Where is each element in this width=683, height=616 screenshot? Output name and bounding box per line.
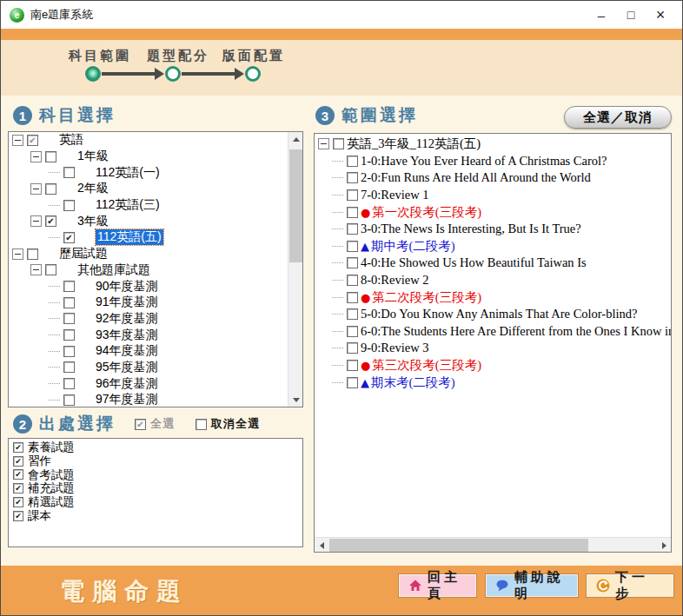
tree-item-checkbox[interactable] [347,377,358,388]
home-button[interactable]: 回主頁 [399,574,476,597]
minimize-button[interactable]: – [587,1,616,29]
tree-item-label[interactable]: 其他題庫試題 [77,262,150,278]
select-all-checkbox[interactable]: ✔ [135,419,146,430]
tree-item-checkbox[interactable] [63,346,75,357]
exam-marker-triangle-icon: ▲ [361,376,369,389]
tree-item-label[interactable]: 英語_3年級_112英語(五) [347,136,481,152]
scrollbar-thumb[interactable] [329,539,588,552]
scroll-up-arrow-icon[interactable] [288,132,303,146]
tree-item-checkbox[interactable] [63,297,75,308]
tree-item-checkbox[interactable] [347,342,358,354]
tree-item-checkbox[interactable] [45,151,56,162]
exam-marker-circle-icon: ● [361,206,370,219]
expand-toggle-icon[interactable] [30,183,42,195]
tree-item-label[interactable]: 2-0:Fun Runs Are Held All Around the Wor… [361,170,591,185]
deselect-all-checkbox[interactable] [196,419,207,430]
tree-item-checkbox[interactable] [63,313,75,324]
tree-item-label[interactable]: 4-0:He Showed Us How Beautiful Taiwan Is [361,255,587,270]
toggle-all-button[interactable]: 全選／取消 [564,106,672,129]
scroll-right-arrow-icon[interactable] [657,538,671,553]
section-title: 出處選擇 [39,413,116,435]
tree-item-label[interactable]: 90年度基測 [96,279,158,295]
close-button[interactable]: × [646,1,675,29]
tree-item-checkbox[interactable]: ✔ [63,232,75,243]
tree-item-checkbox[interactable] [333,138,344,149]
tree-item-checkbox[interactable] [63,167,75,178]
tree-item-label[interactable]: 3年級 [77,214,109,229]
source-item-checkbox[interactable]: ✔ [13,456,23,467]
expand-toggle-icon[interactable] [30,151,42,162]
scrollbar-thumb[interactable] [289,149,302,262]
tree-item-label[interactable]: 97年度基測 [96,392,158,407]
tree-item-checkbox[interactable] [347,172,358,183]
tree-item-checkbox[interactable] [45,183,56,195]
tree-item-checkbox[interactable] [347,257,358,268]
tree-item-label[interactable]: 93年度基測 [96,328,158,343]
tree-item-checkbox[interactable] [347,241,358,252]
tree-item-label[interactable]: ▲期末考(二段考) [361,374,455,391]
tree-row: ▲期末考(二段考) [315,374,671,391]
tree-item-checkbox[interactable] [347,308,358,320]
tree-item-label[interactable]: 112英語(五) [96,229,163,245]
tree-item-label[interactable]: ▲期中考(二段考) [361,238,455,255]
tree-item-label[interactable]: ●第一次段考(三段考) [361,204,481,221]
source-item-checkbox[interactable]: ✔ [13,442,23,453]
tree-item-checkbox[interactable] [347,156,358,167]
tree-item-checkbox[interactable] [63,281,75,292]
scroll-down-arrow-icon[interactable] [288,393,303,407]
tree-item-checkbox[interactable] [63,329,75,341]
tree-item-checkbox[interactable] [63,361,75,373]
expand-toggle-icon[interactable] [318,138,329,149]
tree-item-label[interactable]: 7-0:Review 1 [361,188,429,202]
tree-item-checkbox[interactable] [63,200,75,211]
expand-toggle-icon[interactable] [12,248,23,260]
tree-item-label[interactable]: 92年度基測 [96,311,158,327]
help-button[interactable]: 輔助說明 [486,574,578,597]
tree-item-checkbox[interactable] [63,378,75,389]
tree-item-label[interactable]: 1年級 [77,149,109,164]
source-item-label[interactable]: 課本 [28,508,51,524]
tree-item-label[interactable]: 112英語(一) [96,165,160,181]
tree-item-label[interactable]: 94年度基測 [96,343,158,359]
tree-item-checkbox[interactable] [347,275,358,286]
scroll-left-arrow-icon[interactable] [315,538,328,553]
next-step-button[interactable]: 下一步 [587,574,673,597]
tree-item-label[interactable]: 95年度基測 [96,360,158,375]
tree-row: 93年度基測 [9,327,288,343]
expand-toggle-icon[interactable] [12,135,23,146]
tree-item-label[interactable]: ●第二次段考(三段考) [361,289,481,306]
vertical-scrollbar[interactable] [288,132,302,407]
source-item-checkbox[interactable]: ✔ [13,511,23,521]
tree-item-label[interactable]: 6-0:The Students Here Are Different from… [361,324,671,339]
tree-item-label[interactable]: ●第三次段考(三段考) [361,357,481,374]
tree-item-checkbox[interactable] [347,189,358,201]
source-item-checkbox[interactable]: ✔ [13,469,23,480]
tree-item-label[interactable]: 96年度基測 [96,376,158,392]
maximize-button[interactable]: □ [616,1,646,29]
tree-item-checkbox[interactable] [347,326,358,337]
tree-item-label[interactable]: 91年度基測 [96,295,158,310]
tree-item-checkbox[interactable]: ✔ [27,135,38,146]
expand-toggle-icon[interactable] [30,215,42,227]
tree-item-label[interactable]: 歷屆試題 [59,246,108,262]
tree-item-label[interactable]: 2年級 [77,181,109,196]
tree-item-checkbox[interactable] [45,264,56,275]
tree-item-checkbox[interactable]: ✔ [45,215,56,227]
tree-item-label[interactable]: 1-0:Have You Ever Heard of A Christmas C… [361,154,607,169]
source-item-checkbox[interactable]: ✔ [13,497,23,507]
tree-item-label[interactable]: 5-0:Do You Know Any Animals That Are Col… [361,307,637,321]
tree-item-label[interactable]: 3-0:The News Is Interesting, But Is It T… [361,222,581,236]
tree-item-checkbox[interactable] [63,394,75,406]
tree-item-checkbox[interactable] [347,292,358,303]
horizontal-scrollbar[interactable] [315,537,671,552]
tree-item-checkbox[interactable] [347,223,358,235]
tree-item-checkbox[interactable] [27,248,38,260]
source-item-checkbox[interactable]: ✔ [13,483,23,493]
tree-item-label[interactable]: 9-0:Review 3 [361,341,429,355]
tree-item-label[interactable]: 112英語(三) [96,197,160,213]
tree-item-label[interactable]: 8-0:Review 2 [361,273,429,288]
expand-toggle-icon[interactable] [30,264,42,275]
tree-item-checkbox[interactable] [347,360,358,371]
tree-item-label[interactable]: 英語 [59,132,83,148]
tree-item-checkbox[interactable] [347,207,358,218]
